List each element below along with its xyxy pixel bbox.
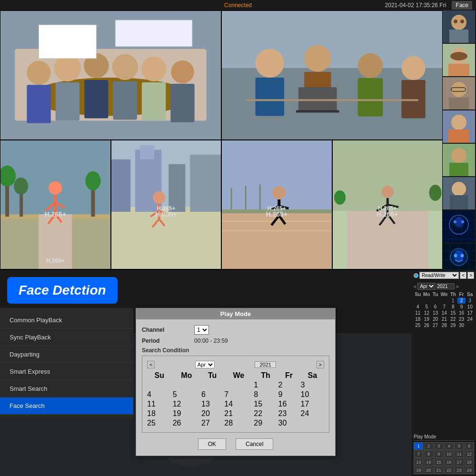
face-thumb-1[interactable] bbox=[443, 10, 475, 43]
right-cal-day-cell[interactable]: 1 bbox=[449, 298, 457, 304]
play-mode-cell-9[interactable]: 9 bbox=[434, 450, 444, 458]
right-cal-day-cell[interactable]: 15 bbox=[449, 310, 457, 316]
channel-select[interactable]: 1 2 3 4 bbox=[194, 325, 209, 335]
cal-day-cell[interactable]: 1 bbox=[254, 381, 277, 389]
play-mode-cell-22[interactable]: 22 bbox=[444, 466, 454, 474]
cal-month-select[interactable]: Apr Jan Feb Mar bbox=[195, 361, 215, 368]
right-cal-day-cell[interactable]: 25 bbox=[414, 322, 422, 328]
cal-day-cell[interactable]: 3 bbox=[301, 381, 324, 389]
right-cal-day-cell[interactable]: 7 bbox=[439, 304, 449, 310]
cal-next-btn[interactable]: > bbox=[317, 361, 324, 368]
face-thumb-7[interactable] bbox=[443, 210, 475, 243]
right-cal-day-cell[interactable]: 10 bbox=[466, 304, 474, 310]
play-mode-cell-24[interactable]: 24 bbox=[465, 466, 474, 474]
play-mode-cell-6[interactable]: 6 bbox=[465, 442, 474, 450]
cal-day-cell[interactable]: 30 bbox=[278, 419, 300, 427]
right-cal-year[interactable] bbox=[436, 283, 455, 289]
cal-day-cell[interactable]: 14 bbox=[224, 400, 253, 408]
cal-day-cell[interactable]: 2 bbox=[278, 381, 300, 389]
right-cal-day-cell[interactable]: 17 bbox=[466, 310, 474, 316]
right-cal-day-cell[interactable]: 23 bbox=[457, 316, 466, 322]
face-thumb-4[interactable] bbox=[443, 110, 475, 143]
menu-item-smart-search[interactable]: Smart Search bbox=[0, 380, 133, 397]
right-cal-day-cell[interactable]: 18 bbox=[414, 316, 422, 322]
play-mode-cell-17[interactable]: 17 bbox=[454, 458, 464, 466]
play-mode-cell-21[interactable]: 21 bbox=[434, 466, 444, 474]
face-thumb-8[interactable] bbox=[443, 244, 475, 270]
cal-day-cell[interactable]: 22 bbox=[254, 409, 277, 418]
cal-day-cell[interactable]: 10 bbox=[301, 390, 324, 399]
play-mode-cell-10[interactable]: 10 bbox=[444, 450, 454, 458]
ok-button[interactable]: OK bbox=[198, 438, 226, 450]
right-cal-day-cell[interactable]: 5 bbox=[422, 304, 431, 310]
face-thumb-3[interactable] bbox=[443, 77, 475, 109]
cal-day-cell[interactable]: 23 bbox=[278, 409, 300, 418]
right-cal-day-cell[interactable]: 26 bbox=[422, 322, 431, 328]
right-cal-next[interactable]: > bbox=[456, 284, 458, 289]
cal-day-cell[interactable]: 26 bbox=[173, 419, 200, 427]
cal-day-cell[interactable]: 5 bbox=[173, 390, 200, 399]
right-cal-day-cell[interactable]: 11 bbox=[414, 310, 422, 316]
play-mode-cell-14[interactable]: 14 bbox=[424, 458, 433, 466]
cal-day-cell[interactable]: 8 bbox=[254, 390, 277, 399]
play-mode-cell-1[interactable]: 1 bbox=[414, 442, 423, 450]
rw-next-btn[interactable]: > bbox=[467, 272, 474, 279]
cal-day-cell[interactable]: 6 bbox=[201, 390, 223, 399]
right-cal-day-cell[interactable]: 29 bbox=[449, 322, 457, 328]
cal-day-cell[interactable]: 20 bbox=[201, 409, 223, 418]
right-cal-day-cell[interactable]: 30 bbox=[457, 322, 466, 328]
play-mode-cell-11[interactable]: 11 bbox=[454, 450, 464, 458]
play-mode-cell-2[interactable]: 2 bbox=[424, 442, 433, 450]
cal-day-cell[interactable]: 7 bbox=[224, 390, 253, 399]
menu-item-smart-express[interactable]: Smart Express bbox=[0, 363, 133, 380]
right-cal-month[interactable]: Apr bbox=[417, 283, 436, 290]
cal-day-cell[interactable]: 24 bbox=[301, 409, 324, 418]
right-cal-prev[interactable]: < bbox=[414, 284, 416, 289]
right-cal-day-cell[interactable]: 16 bbox=[457, 310, 466, 316]
right-cal-day-cell[interactable]: 8 bbox=[449, 304, 457, 310]
read-write-select[interactable]: Read/Write bbox=[419, 272, 459, 279]
cal-day-cell[interactable]: 27 bbox=[201, 419, 223, 427]
face-thumb-5[interactable] bbox=[443, 144, 475, 176]
play-mode-cell-18[interactable]: 18 bbox=[465, 458, 474, 466]
play-mode-cell-5[interactable]: 5 bbox=[454, 442, 464, 450]
rw-prev-btn[interactable]: < bbox=[460, 272, 466, 279]
right-cal-day-cell[interactable]: 20 bbox=[431, 316, 440, 322]
cal-day-cell[interactable]: 15 bbox=[254, 400, 277, 408]
cancel-button[interactable]: Cancel bbox=[236, 438, 273, 450]
right-cal-day-cell[interactable]: 24 bbox=[466, 316, 474, 322]
cal-day-cell[interactable]: 25 bbox=[147, 419, 172, 427]
right-cal-day-cell[interactable]: 27 bbox=[431, 322, 440, 328]
right-cal-day-cell[interactable]: 19 bbox=[422, 316, 431, 322]
play-mode-cell-15[interactable]: 15 bbox=[434, 458, 444, 466]
cal-day-cell[interactable]: 11 bbox=[147, 400, 172, 408]
play-mode-cell-8[interactable]: 8 bbox=[424, 450, 433, 458]
menu-item-face-search[interactable]: Face Search bbox=[0, 397, 133, 415]
play-mode-cell-16[interactable]: 16 bbox=[444, 458, 454, 466]
face-thumb-6[interactable] bbox=[443, 177, 475, 209]
play-mode-cell-12[interactable]: 12 bbox=[465, 450, 474, 458]
face-tab[interactable]: Face bbox=[452, 1, 472, 10]
cal-day-cell[interactable]: 13 bbox=[201, 400, 223, 408]
right-cal-day-cell[interactable]: 2 bbox=[457, 298, 466, 304]
play-mode-cell-3[interactable]: 3 bbox=[434, 442, 444, 450]
cal-day-cell[interactable]: 21 bbox=[224, 409, 253, 418]
right-cal-day-cell[interactable]: 21 bbox=[439, 316, 449, 322]
cal-day-cell[interactable]: 28 bbox=[224, 419, 253, 427]
cal-day-cell[interactable]: 19 bbox=[173, 409, 200, 418]
cal-day-cell[interactable]: 9 bbox=[278, 390, 300, 399]
menu-item-dayparting[interactable]: Dayparting bbox=[0, 346, 133, 363]
right-cal-day-cell[interactable]: 14 bbox=[439, 310, 449, 316]
right-cal-day-cell[interactable]: 28 bbox=[439, 322, 449, 328]
play-mode-cell-19[interactable]: 19 bbox=[414, 466, 423, 474]
cal-year-input[interactable] bbox=[255, 361, 276, 368]
play-mode-cell-7[interactable]: 7 bbox=[414, 450, 423, 458]
play-mode-cell-23[interactable]: 23 bbox=[454, 466, 464, 474]
play-mode-cell-4[interactable]: 4 bbox=[444, 442, 454, 450]
right-cal-day-cell[interactable]: 3 bbox=[466, 298, 474, 304]
cal-day-cell[interactable]: 17 bbox=[301, 400, 324, 408]
cal-prev-btn[interactable]: < bbox=[147, 361, 155, 368]
cal-day-cell[interactable]: 16 bbox=[278, 400, 300, 408]
right-cal-day-cell[interactable]: 13 bbox=[431, 310, 440, 316]
menu-item-sync-playback[interactable]: Sync PlayBack bbox=[0, 329, 133, 346]
